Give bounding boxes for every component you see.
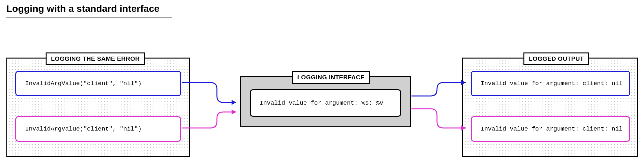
svg-marker-1 [232,109,236,115]
right-panel: LOGGED OUTPUT Invalid value for argument… [462,58,638,157]
center-panel-label: LOGGING INTERFACE [292,71,370,84]
input-call-1: InvalidArgValue("client", "nil") [15,71,181,96]
left-panel: LOGGING THE SAME ERROR InvalidArgValue("… [6,58,190,157]
page-title: Logging with a standard interface [6,3,172,18]
input-call-2: InvalidArgValue("client", "nil") [15,116,181,142]
output-line-2: Invalid value for argument: client: nil [471,116,630,142]
format-template: Invalid value for argument: %s: %v [250,89,401,117]
center-panel: LOGGING INTERFACE Invalid value for argu… [240,76,411,127]
svg-marker-0 [232,100,236,105]
left-panel-label: LOGGING THE SAME ERROR [46,52,145,65]
diagram-root: Logging with a standard interface LOGGIN… [0,0,644,167]
output-line-1: Invalid value for argument: client: nil [471,71,630,96]
right-panel-label: LOGGED OUTPUT [523,52,589,65]
